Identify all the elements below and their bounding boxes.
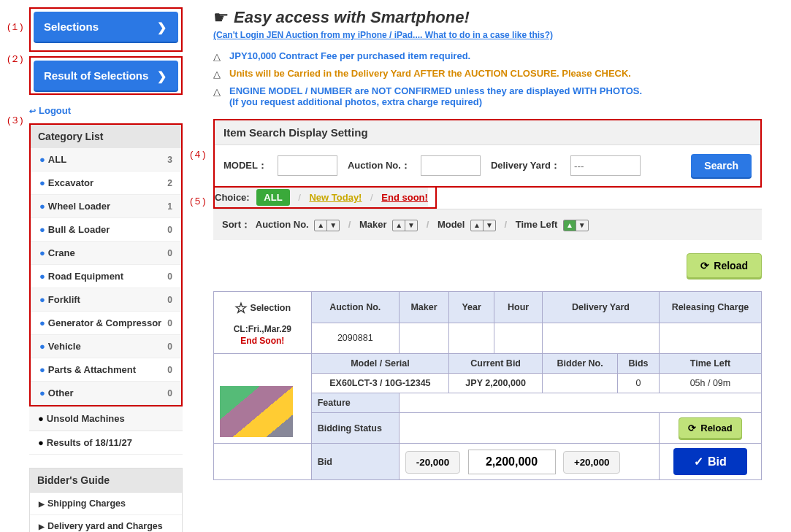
reload-row-button[interactable]: ⟳Reload [679,417,741,439]
category-list-header: Category List [31,125,181,148]
category-extra-list: ●Unsold Machines●Results of 18/11/27 [29,406,183,455]
choice-filter-box: Choice: ALL / New Today! / End soon! [213,188,437,209]
reload-button[interactable]: ⟳Reload [687,253,762,278]
col-time-left: Time Left [659,354,761,374]
col-auction-no: Auction No. [311,292,399,323]
row-bid-label: Bid [311,444,399,480]
col-year: Year [449,292,494,323]
notice-row: △Units will be Carried in the Delivery Y… [213,68,762,80]
item-table: ☆Selection CL:Fri.,Mar.29 End Soon! Auct… [213,291,762,480]
chevron-right-icon: ❯ [157,20,167,34]
result-of-selections-button[interactable]: Result of Selections ❯ [34,61,178,90]
guide-delivery-yard[interactable]: ▶Delivery yard and Charges [30,515,182,532]
cell-model-serial: EX60LCT-3 / 10G-12345 [311,374,449,393]
category-item[interactable]: ●Bull & Loader0 [31,218,181,242]
row-feature-label: Feature [311,393,399,413]
results-label: Result of Selections [44,69,148,82]
category-list: Category List ●ALL3●Excavator2●Wheel Loa… [29,123,183,406]
selections-box: Selections ❯ [29,7,183,52]
choice-new-today[interactable]: New Today! [309,192,362,203]
category-item[interactable]: ●Wheel Loader1 [31,195,181,218]
category-item[interactable]: ●ALL3 [31,148,181,171]
col-hour: Hour [494,292,543,323]
category-item[interactable]: ●Unsold Machines [29,406,183,431]
triangle-icon: ▶ [39,523,45,531]
cell-bids: 0 [618,374,660,393]
sort-model[interactable]: ▲▼ [470,220,496,231]
category-item[interactable]: ●Vehicle0 [31,335,181,358]
chevron-right-icon: ❯ [157,69,167,82]
bid-amount-input[interactable] [468,450,556,474]
search-button[interactable]: Search [691,154,752,177]
selections-button[interactable]: Selections ❯ [34,12,178,42]
bid-button[interactable]: ✓Bid [673,448,747,475]
notice-row: △ENGINE MODEL / NUMBER are NOT CONFIRMED… [213,85,762,107]
login-help-link[interactable]: (Can't Login JEN Auction from my iPhone … [213,30,553,40]
sort-maker[interactable]: ▲▼ [392,220,418,231]
item-search-box: Item Search Display Setting MODEL： Aucti… [213,119,762,188]
triangle-icon: ▶ [39,500,45,508]
results-box: Result of Selections ❯ [29,56,183,95]
choice-all-button[interactable]: ALL [256,189,289,206]
warning-icon: △ [213,86,221,107]
logout-link[interactable]: ↩Logout [29,105,71,116]
category-item[interactable]: ●Road Equipment0 [31,265,181,288]
col-releasing-charge: Releasing Charge [659,292,761,323]
reload-icon: ⟳ [700,260,709,271]
star-icon: ☆ [234,300,248,316]
col-delivery-yard: Delivery Yard [543,292,660,323]
closing-line: CL:Fri.,Mar.29 [220,324,305,334]
model-input[interactable] [278,155,337,176]
item-thumbnail[interactable] [220,386,293,437]
col-model-serial: Model / Serial [311,354,449,374]
category-item[interactable]: ●Crane0 [31,242,181,265]
cell-auction-no: 2090881 [311,323,399,354]
category-item[interactable]: ●Forklift0 [31,288,181,312]
annotation-1: (１) [7,20,23,34]
category-item[interactable]: ●Parts & Attachment0 [31,358,181,382]
col-bidder-no: Bidder No. [543,354,618,374]
logout-icon: ↩ [29,107,36,115]
auction-no-input[interactable] [421,155,481,176]
smartphone-title: Easy access with Smartphone! [234,8,470,27]
sort-time-left[interactable]: ▲▼ [563,220,589,231]
sort-auction-no[interactable]: ▲▼ [314,220,340,231]
warning-icon: △ [213,51,221,62]
cell-time-left: 05h / 09m [659,374,761,393]
sort-label: Sort： [222,219,251,230]
reload-icon: ⟳ [688,423,696,433]
choice-end-soon[interactable]: End soon! [381,192,428,203]
end-soon-label: End Soon! [220,336,305,346]
category-item[interactable]: ●Results of 18/11/27 [29,431,183,455]
logout-label: Logout [39,105,71,116]
col-bids: Bids [618,354,660,374]
category-item[interactable]: ●Other0 [31,382,181,405]
category-item[interactable]: ●Generator & Compressor0 [31,312,181,335]
row-bidding-status-label: Bidding Status [311,413,399,444]
model-label: MODEL： [223,159,267,172]
smartphone-header: ☛ Easy access with Smartphone! [213,7,762,28]
annotation-3: (３) [7,114,23,127]
delivery-yard-select[interactable] [570,155,641,176]
selection-toggle[interactable]: ☆Selection [220,299,305,317]
notice-row: △JPY10,000 Contract Fee per purchased it… [213,50,762,62]
check-icon: ✓ [694,455,703,469]
annotation-4: (４) [190,148,206,161]
delivery-yard-label: Delivery Yard： [491,159,560,172]
sort-row: Sort： Auction No. ▲▼ / Maker ▲▼ / Model … [213,209,762,240]
col-maker: Maker [399,292,448,323]
auction-no-label: Auction No.： [348,159,410,172]
cell-current-bid: JPY 2,200,000 [449,374,543,393]
warning-icon: △ [213,69,221,80]
choice-label: Choice: [215,192,250,203]
bid-step-down-button[interactable]: -20,000 [405,451,460,474]
item-search-header: Item Search Display Setting [215,120,760,145]
category-item[interactable]: ●Excavator2 [31,171,181,195]
guide-shipping-charges[interactable]: ▶Shipping Charges [30,493,182,515]
bidders-guide-panel: Bidder's Guide ▶Shipping Charges ▶Delive… [29,468,183,532]
bid-step-up-button[interactable]: +20,000 [563,451,621,474]
col-current-bid: Current Bid [449,354,543,374]
pointing-finger-icon: ☛ [213,7,229,28]
annotation-5: (５) [190,195,206,208]
annotation-2: (２) [7,53,23,66]
